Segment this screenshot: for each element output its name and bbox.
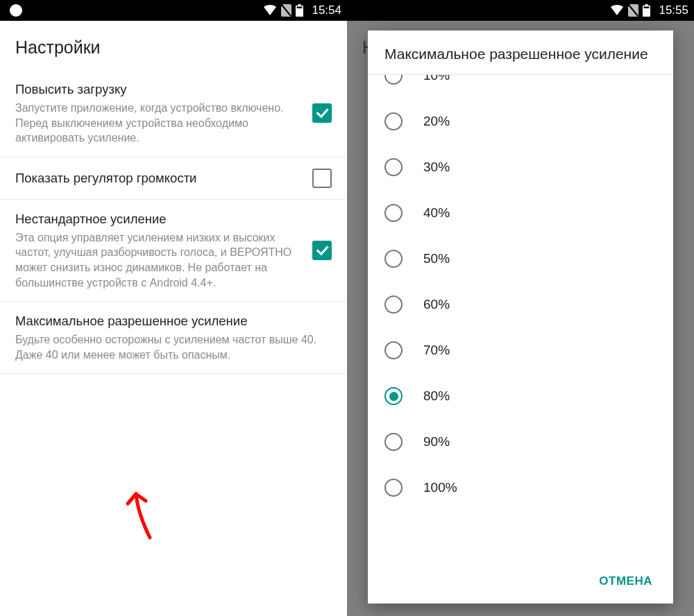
settings-panel: Настройки Повысить загрузку Запустите пр… [0,21,347,616]
radio-label: 30% [423,160,450,175]
dialog-title: Максимальное разрешенное усиление [368,31,673,74]
setting-boost-on-boot[interactable]: Повысить загрузку Запустите приложение, … [0,70,347,157]
setting-max-allowed-boost[interactable]: Максимальное разрешенное усиление Будьте… [0,302,347,373]
page-title: Настройки [0,21,347,70]
radio-icon[interactable] [384,112,403,130]
radio-label: 90% [423,434,450,450]
radio-option[interactable]: 30% [368,144,673,190]
setting-show-volume-control[interactable]: Показать регулятор громкости [0,157,347,200]
setting-title: Повысить загрузку [15,81,304,98]
radio-label: 100% [423,480,457,495]
wifi-icon [610,5,624,16]
radio-icon[interactable] [384,204,403,222]
dialog-options-list[interactable]: 10%20%30%40%50%60%70%80%90%100% [368,74,673,559]
radio-icon[interactable] [384,479,403,497]
radio-icon[interactable] [384,74,403,85]
setting-desc: Запустите приложение, когда устройство в… [15,101,304,146]
radio-icon[interactable] [384,387,403,405]
status-bar: 15:54 [0,0,347,21]
status-icons: 15:55 [610,3,688,17]
setting-desc: Будьте особенно осторожны с усилением ча… [15,332,323,362]
battery-icon [296,4,303,17]
radio-label: 50% [423,251,450,266]
setting-title: Нестандартное усиление [15,211,304,228]
radio-option[interactable]: 80% [368,373,673,419]
svg-rect-6 [645,4,648,6]
radio-option[interactable]: 70% [368,327,673,373]
no-sim-icon [628,4,638,17]
radio-label: 60% [423,297,450,312]
screen-right: 15:55 Настройки Максимальное разрешенное… [347,0,694,616]
status-time: 15:55 [659,3,688,17]
status-time: 15:54 [312,3,341,17]
radio-option[interactable]: 90% [368,419,673,465]
radio-option[interactable]: 40% [368,190,673,236]
checkbox-nonstandard-boost[interactable] [312,241,332,260]
radio-icon[interactable] [384,341,403,359]
battery-icon [643,4,650,17]
svg-rect-2 [298,4,301,6]
status-icons: 15:54 [263,3,341,17]
setting-nonstandard-boost[interactable]: Нестандартное усиление Эта опция управля… [0,200,347,302]
svg-rect-3 [297,7,303,9]
radio-label: 20% [423,114,450,129]
radio-icon[interactable] [384,296,403,314]
cancel-button[interactable]: ОТМЕНА [591,569,661,594]
wifi-icon [263,5,277,16]
radio-option[interactable]: 20% [368,99,673,144]
svg-rect-7 [644,7,650,9]
radio-option[interactable]: 60% [368,282,673,327]
radio-label: 40% [423,205,450,221]
checkbox-show-volume-control[interactable] [312,169,332,188]
radio-option[interactable]: 50% [368,236,673,282]
radio-label: 10% [423,74,450,83]
radio-icon[interactable] [384,433,403,451]
radio-option[interactable]: 10% [368,74,673,99]
setting-title: Показать регулятор громкости [15,170,304,187]
setting-desc: Эта опция управляет усилением низких и в… [15,230,304,290]
checkbox-boost-on-boot[interactable] [312,103,332,123]
screen-left: 15:54 Настройки Повысить загрузку Запуст… [0,0,347,616]
no-sim-icon [281,4,291,17]
radio-option[interactable]: 100% [368,465,673,511]
radio-icon[interactable] [384,250,403,268]
radio-label: 80% [423,388,450,404]
setting-title: Максимальное разрешенное усиление [15,313,323,330]
dialog-max-boost: Максимальное разрешенное усиление 10%20%… [368,31,673,604]
radio-icon[interactable] [384,158,403,176]
radio-label: 70% [423,343,450,358]
status-bar: 15:55 [347,0,694,21]
status-dot-icon [10,4,22,17]
